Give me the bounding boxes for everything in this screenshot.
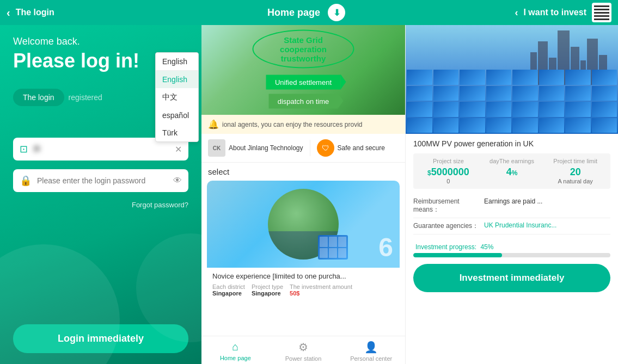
- app-header: ‹ The login Home page ⬇ ‹ I want to inve…: [0, 0, 618, 25]
- progress-bar-fill: [413, 253, 502, 257]
- user-nav-icon: 👤: [364, 341, 378, 354]
- download-icon[interactable]: ⬇: [328, 4, 345, 21]
- invest-immediately-button[interactable]: Investment immediately: [413, 264, 610, 292]
- district-label: Each district: [212, 283, 245, 290]
- reimbursement-value: Earnings are paid ...: [484, 198, 542, 214]
- stat-timelimit-sub: A natural day: [544, 178, 606, 184]
- forgot-password-link[interactable]: Forgot password?: [13, 201, 188, 209]
- logo-text: CK: [213, 145, 221, 151]
- amount-value: 50$: [290, 290, 299, 297]
- progress-text: Investment progress:: [415, 243, 476, 251]
- guarantee-value: UK Prudential Insuranc...: [484, 221, 556, 231]
- lang-option-english-header: English: [156, 53, 198, 71]
- meta-amount: The investment amount 50$: [290, 283, 352, 297]
- language-dropdown[interactable]: English English 中文 español Türk: [155, 52, 199, 142]
- login-tab[interactable]: The login: [13, 89, 64, 106]
- project-info: Novice experience [limited to one purcha…: [207, 268, 400, 301]
- info-divider: [310, 140, 310, 156]
- lang-option-spanish[interactable]: español: [156, 107, 198, 124]
- about-text: About Jinlang Technology: [229, 144, 303, 152]
- stat-earnings-label: dayThe earnings: [481, 158, 543, 164]
- banner-oval: State Grid cooperation trustworthy: [253, 29, 354, 68]
- right-project-title: 100MW PV power generation in UK: [413, 139, 610, 148]
- select-label: select: [201, 163, 405, 181]
- guarantee-row: Guarantee agencies： UK Prudential Insura…: [413, 218, 610, 235]
- card-number: 6: [378, 232, 393, 262]
- clear-icon[interactable]: ✕: [175, 144, 182, 155]
- stat-size: Project size $5000000 0: [418, 158, 479, 184]
- solar-grid: [406, 69, 618, 134]
- main-content: English English 中文 español Türk Welcome …: [0, 25, 618, 364]
- panel-cell: [320, 237, 328, 247]
- password-input-group: 🔒 👁: [13, 169, 188, 192]
- home-nav-label: Home page: [220, 355, 251, 361]
- login-panel: English English 中文 español Türk Welcome …: [0, 25, 201, 364]
- district-value: Singapore: [212, 290, 242, 297]
- banner-arrow1: Unified settlement: [266, 75, 340, 89]
- project-card[interactable]: 6 Novice experience [limited to one purc…: [207, 181, 400, 301]
- meta-type: Project type Singapore: [252, 283, 283, 297]
- header-left-title: The login: [16, 8, 54, 17]
- reimbursement-label: Reimbursement means：: [413, 198, 484, 214]
- stat-timelimit-value: 20: [544, 166, 606, 178]
- info-item-about[interactable]: CK About Jinlang Technology: [208, 139, 303, 157]
- header-right-title: I want to invest: [523, 8, 586, 17]
- stat-earnings: dayThe earnings 4%: [481, 158, 543, 184]
- stat-earnings-value: 4%: [481, 166, 543, 178]
- safe-icon: 🛡: [317, 139, 334, 157]
- earnings-unit: %: [512, 169, 518, 177]
- panel-cell: [329, 248, 337, 258]
- stats-grid: Project size $5000000 0 dayThe earnings …: [413, 153, 610, 189]
- chevron-left-icon[interactable]: ‹: [515, 7, 518, 18]
- banner-text: State Grid cooperation trustworthy Unifi…: [253, 29, 354, 110]
- info-item-safe[interactable]: 🛡 Safe and secure: [317, 139, 385, 157]
- header-left: ‹ The login: [0, 7, 201, 19]
- type-label: Project type: [252, 283, 283, 290]
- qr-icon[interactable]: [592, 3, 611, 22]
- back-icon[interactable]: ‹: [7, 7, 10, 19]
- progress-section: Investment progress: 45%: [406, 240, 618, 260]
- panel-cell: [329, 237, 337, 247]
- download-arrow: ⬇: [333, 8, 340, 18]
- guarantee-label: Guarantee agencies：: [413, 221, 484, 231]
- banner-title: State Grid cooperation trustworthy: [267, 35, 340, 63]
- project-image: 6: [207, 181, 400, 268]
- panel-cell: [320, 248, 328, 258]
- nav-personal[interactable]: 👤 Personal center: [337, 341, 405, 362]
- power-nav-label: Power station: [285, 355, 322, 362]
- lang-option-turkish[interactable]: Türk: [156, 124, 198, 141]
- home-banner: State Grid cooperation trustworthy Unifi…: [201, 25, 405, 115]
- nav-home[interactable]: ⌂ Home page: [201, 341, 270, 362]
- meta-district: Each district Singapore: [212, 283, 245, 297]
- header-center: Home page ⬇: [201, 4, 411, 21]
- qr-pattern: [594, 5, 609, 20]
- eye-icon[interactable]: 👁: [173, 176, 182, 186]
- lock-icon: 🔒: [20, 175, 32, 187]
- progress-bar-background: [413, 253, 610, 257]
- earnings-number: 4: [506, 166, 512, 177]
- register-tab[interactable]: registered: [69, 89, 102, 122]
- stat-size-sub: 0: [418, 178, 479, 184]
- jinlang-logo: CK: [208, 139, 225, 157]
- user-icon: ⊡: [20, 143, 28, 155]
- solar-banner: [406, 25, 618, 134]
- banner-arrow2: dispatch on time: [269, 94, 338, 108]
- nav-power[interactable]: ⚙ Power station: [270, 341, 338, 362]
- lang-option-chinese[interactable]: 中文: [156, 88, 198, 107]
- header-right: ‹ I want to invest: [411, 3, 618, 22]
- amount-label: The investment amount: [290, 283, 352, 290]
- project-title: Novice experience [limited to one purcha…: [212, 272, 394, 280]
- type-value: Singapore: [252, 290, 281, 297]
- password-input[interactable]: [37, 176, 173, 185]
- personal-nav-label: Personal center: [350, 355, 392, 362]
- username-input[interactable]: [33, 145, 175, 153]
- progress-percent: 45%: [480, 243, 493, 251]
- safe-text: Safe and secure: [338, 144, 385, 152]
- project-detail: 100MW PV power generation in UK Project …: [406, 134, 618, 240]
- lang-option-english[interactable]: English: [156, 71, 198, 88]
- reimbursement-row: Reimbursement means： Earnings are paid .…: [413, 194, 610, 218]
- login-immediately-button[interactable]: Login immediately: [13, 324, 188, 353]
- timelimit-number: 20: [570, 166, 581, 177]
- scroll-notice: 🔔 ional agents, you can enjoy the resour…: [201, 115, 405, 134]
- welcome-text: Welcome back.: [13, 36, 188, 47]
